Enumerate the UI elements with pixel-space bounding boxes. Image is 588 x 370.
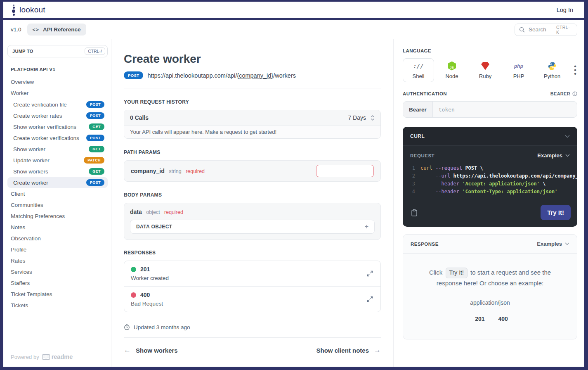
data-object-expander[interactable]: DATA OBJECT + (130, 220, 375, 234)
ruby-icon (481, 62, 489, 70)
line-number: 4 (403, 188, 415, 196)
api-reference-tab[interactable]: <> API Reference (27, 24, 86, 36)
endpoint-label: Create verification file (13, 102, 67, 108)
more-languages-button[interactable]: ••• (573, 64, 577, 76)
sidebar-item-client[interactable]: Client (7, 188, 108, 199)
calls-count: 0 Calls (130, 114, 149, 121)
sidebar-item-observation[interactable]: Observation (7, 233, 108, 244)
response-row[interactable]: 400 Bad Request (124, 286, 380, 312)
language-label: PHP (513, 73, 524, 79)
nav-group-title: PLATFORM API V1 (7, 64, 108, 76)
sidebar-item-profile[interactable]: Profile (7, 244, 108, 255)
sidebar-endpoint-item[interactable]: Create worker POST (7, 177, 108, 188)
login-link[interactable]: Log In (557, 7, 573, 13)
clipboard-icon (411, 209, 418, 216)
sidebar-item-communities[interactable]: Communities (7, 199, 108, 211)
info-icon[interactable] (572, 91, 577, 96)
endpoint-label: Create worker verifications (13, 135, 79, 141)
sidebar-endpoint-item[interactable]: Create worker verifications POST (7, 133, 108, 143)
request-examples-dropdown[interactable]: Examples (537, 152, 570, 159)
sidebar-endpoint-item[interactable]: Create worker rates POST (7, 110, 108, 121)
try-it-button[interactable]: Try It! (541, 205, 571, 220)
divider (124, 337, 381, 338)
sidebar: JUMP TO CTRL-/ PLATFORM API V1 OverviewW… (3, 39, 111, 367)
url-path-param[interactable]: {company_id} (237, 72, 273, 79)
post-badge: POST (86, 135, 104, 141)
language-tile-python[interactable]: Python (536, 58, 568, 82)
response-examples-dropdown[interactable]: Examples (537, 241, 569, 247)
sidebar-endpoints: Create verification file POST Create wor… (7, 99, 108, 188)
param-name: data (130, 209, 142, 215)
endpoint-label: Show workers (13, 168, 48, 175)
jump-to-button[interactable]: JUMP TO CTRL-/ (7, 45, 108, 57)
token-input[interactable] (433, 102, 577, 117)
curl-header[interactable]: CURL (403, 127, 577, 146)
page-title: Create worker (124, 52, 381, 66)
sidebar-groups: ClientCommunitiesMatching PreferencesNot… (7, 188, 108, 311)
post-badge: POST (86, 112, 104, 119)
endpoint-url-row: POST https://api.thelookoutapp.com/api/{… (124, 71, 381, 79)
node-icon: JS (448, 62, 456, 71)
sidebar-item-staffers[interactable]: Staffers (7, 278, 108, 289)
sidebar-endpoint-item[interactable]: Show workers GET (7, 166, 108, 177)
sidebar-endpoint-item[interactable]: Show worker verifications GET (7, 121, 108, 132)
api-reference-label: API Reference (43, 26, 81, 33)
code-line: 3 --header 'Accept: application/json' \ (403, 180, 577, 188)
sidebar-item-rates[interactable]: Rates (7, 255, 108, 266)
language-tile-php[interactable]: php PHP (503, 58, 534, 82)
line-number: 3 (403, 180, 415, 188)
company-id-input[interactable] (316, 165, 374, 177)
language-tile-ruby[interactable]: Ruby (470, 58, 501, 82)
lookout-dots-icon (12, 5, 16, 16)
search-input[interactable] (528, 26, 553, 33)
language-tile-shell[interactable]: :// Shell (403, 58, 434, 82)
python-icon (548, 62, 557, 71)
endpoint-label: Update worker (13, 157, 50, 164)
response-row[interactable]: 201 Worker created (124, 261, 380, 286)
response-example-chip[interactable]: 400 (496, 315, 508, 324)
brand-logo[interactable]: lookout (12, 5, 45, 16)
status-description: Bad Request (131, 301, 163, 307)
clock-icon (124, 324, 130, 330)
prev-page-link[interactable]: ← Show workers (124, 346, 178, 354)
param-name: company_id (131, 168, 165, 174)
response-panel: RESPONSE Examples Click Try It! to start… (403, 234, 577, 339)
sidebar-item-overview[interactable]: Overview (7, 76, 108, 88)
endpoint-label: Show worker (13, 146, 45, 152)
sidebar-item-matching-preferences[interactable]: Matching Preferences (7, 211, 108, 222)
next-page-link[interactable]: Show client notes → (316, 346, 381, 354)
auth-scheme: BEARER (550, 91, 577, 96)
search-box[interactable]: CTRL-K (515, 24, 577, 36)
code-line: 1curl --request POST \ (403, 164, 577, 172)
language-row: :// Shell JS Node Ruby php PHP Python ••… (403, 58, 577, 82)
code-panel: CURL REQUEST Examples 1curl --request PO… (403, 127, 577, 227)
try-it-chip[interactable]: Try It! (446, 268, 468, 278)
language-tile-node[interactable]: JS Node (436, 58, 468, 82)
body-params-heading: BODY PARAMS (124, 192, 381, 198)
right-panel: LANGUAGE :// Shell JS Node Ruby php PHP … (393, 39, 584, 367)
request-history-header[interactable]: 0 Calls 7 Days (124, 110, 380, 125)
sidebar-endpoint-item[interactable]: Update worker PATCH (7, 155, 108, 166)
app-window: lookout Log In v1.0 <> API Reference CTR… (0, 0, 588, 370)
auth-header: AUTHENTICATION BEARER (403, 91, 577, 96)
nav-top-items: OverviewWorker (7, 76, 108, 99)
copy-code-button[interactable] (411, 209, 418, 216)
jump-shortcut-key: CTRL-/ (85, 47, 105, 55)
expand-icon[interactable] (367, 270, 373, 277)
readme-logo: readme (42, 353, 73, 360)
request-row: REQUEST Examples (403, 146, 577, 162)
sidebar-item-worker[interactable]: Worker (7, 88, 108, 99)
sidebar-endpoint-item[interactable]: Create verification file POST (7, 99, 108, 110)
sidebar-item-services[interactable]: Services (7, 266, 108, 278)
sidebar-endpoint-item[interactable]: Show worker GET (7, 144, 108, 154)
powered-by[interactable]: Powered by readme (7, 349, 108, 363)
expand-icon[interactable] (367, 296, 373, 302)
response-example-chip[interactable]: 201 (472, 315, 484, 324)
sidebar-item-tickets[interactable]: Tickets (7, 300, 108, 311)
sidebar-item-ticket-templates[interactable]: Ticket Templates (7, 289, 108, 300)
sidebar-nav: PLATFORM API V1 OverviewWorker Create ve… (7, 64, 108, 349)
sidebar-item-notes[interactable]: Notes (7, 222, 108, 233)
version-selector[interactable]: v1.0 (11, 26, 21, 33)
get-badge: GET (89, 123, 104, 130)
time-range-selector[interactable]: 7 Days (348, 114, 375, 121)
